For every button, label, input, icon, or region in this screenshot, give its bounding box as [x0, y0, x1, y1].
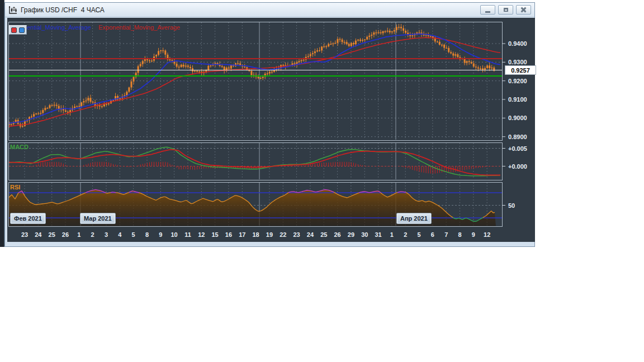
date-axis-label: 9 [467, 230, 480, 239]
date-axis-label: 31 [372, 230, 385, 239]
month-label-mar: Мар 2021 [80, 213, 116, 224]
minimize-icon [485, 11, 490, 13]
date-axis-label: 6 [427, 230, 439, 239]
macd-panel-label: MACD [10, 144, 29, 150]
window-title: График USD /CHF 4 ЧАСА [21, 6, 105, 14]
chart-client-area: Exponential_Moving_Average Exponential_M… [7, 18, 535, 242]
date-axis-label: 5 [127, 230, 140, 239]
date-axis-label: 30 [358, 230, 371, 239]
date-axis-label: 8 [454, 230, 466, 239]
docked-panel-edge [0, 0, 4, 247]
date-axis-label: 23 [291, 230, 303, 239]
date-axis-label: 22 [277, 230, 289, 239]
date-axis-label: 17 [236, 230, 248, 239]
date-axis-label: 1 [73, 230, 85, 239]
date-axis-label: 15 [209, 230, 221, 239]
date-axis-label: 11 [182, 230, 194, 239]
date-axis-label: 24 [304, 230, 316, 239]
macd-axis-label: +0.005 [508, 144, 527, 153]
price-axis-label: 0.9000 [508, 113, 527, 122]
date-axis-label: 7 [440, 230, 452, 239]
legend-buttons [9, 25, 27, 35]
date-axis-label: 25 [46, 230, 58, 239]
date-axis-label: 12 [195, 230, 207, 239]
date-axis-label: 9 [154, 230, 167, 239]
date-axis-label: 12 [481, 230, 493, 239]
date-axis-label: 16 [222, 230, 235, 239]
month-label-feb: Фев 2021 [10, 213, 46, 224]
date-axis-label: 2 [399, 230, 411, 239]
restore-button[interactable] [498, 5, 513, 15]
ema-slow-legend-label: Exponential_Moving_Average [98, 24, 180, 31]
restore-icon [504, 8, 508, 12]
date-axis-label: 1 [386, 230, 398, 239]
rsi-panel-label: RSI [10, 184, 20, 190]
window-titlebar[interactable]: График USD /CHF 4 ЧАСА [5, 3, 534, 17]
price-chart-canvas[interactable] [7, 18, 535, 242]
buy-square-button[interactable] [19, 27, 25, 33]
macd-axis-label: +0.000 [508, 162, 527, 171]
rsi-axis-label: 50 [508, 201, 515, 210]
sell-square-button[interactable] [11, 27, 17, 33]
date-axis-label: 5 [413, 230, 425, 239]
chart-window-icon [8, 6, 17, 15]
close-button[interactable] [516, 5, 531, 15]
date-axis-label: 23 [18, 230, 31, 239]
price-axis-label: 0.9400 [508, 39, 527, 48]
month-label-apr: Апр 2021 [396, 213, 432, 224]
current-price-box: 0.9257 [505, 65, 536, 75]
minimize-button[interactable] [480, 5, 495, 15]
date-axis-label: 24 [32, 230, 44, 239]
date-axis-label: 25 [318, 230, 330, 239]
indicator-legend: Exponential_Moving_Average Exponential_M… [10, 24, 180, 31]
date-axis-label: 26 [332, 230, 344, 239]
price-axis-label: 0.9100 [508, 95, 527, 104]
price-axis-label: 0.8900 [508, 132, 527, 141]
chart-window: График USD /CHF 4 ЧАСА Exponential_Movin… [4, 2, 535, 247]
date-axis-label: 3 [100, 230, 112, 239]
date-axis-label: 10 [168, 230, 181, 239]
date-axis-label: 26 [59, 230, 72, 239]
date-axis-label: 2 [87, 230, 99, 239]
close-icon [521, 7, 526, 12]
date-axis-label: 19 [263, 230, 276, 239]
price-axis-label: 0.9200 [508, 77, 527, 85]
date-axis-label: 29 [345, 230, 357, 239]
price-axis-label: 0.9300 [508, 58, 527, 66]
date-axis-label: 4 [113, 230, 126, 239]
date-axis-label: 18 [250, 230, 262, 239]
date-axis-label: 8 [141, 230, 153, 239]
